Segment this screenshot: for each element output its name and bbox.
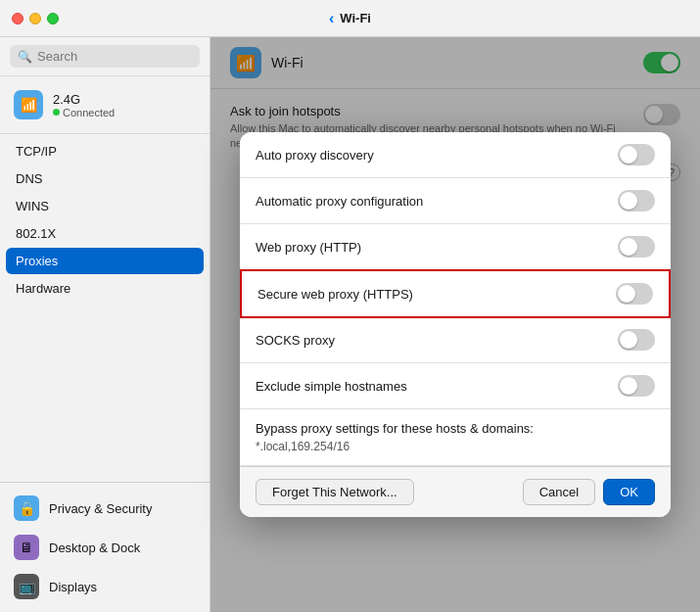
network-item[interactable]: 📶 2.4G Connected xyxy=(6,84,204,125)
proxy-label-web-http: Web proxy (HTTP) xyxy=(256,240,361,255)
desktop-label: Desktop & Dock xyxy=(49,541,140,555)
forget-network-button[interactable]: Forget This Network... xyxy=(256,479,414,505)
status-dot xyxy=(53,109,60,116)
proxy-toggle-auto-discovery[interactable] xyxy=(618,144,655,165)
bypass-section: Bypass proxy settings for these hosts & … xyxy=(240,409,671,466)
proxy-label-secure-https: Secure web proxy (HTTPS) xyxy=(257,287,413,302)
network-wifi-icon-box: 📶 xyxy=(14,90,43,119)
proxy-toggle-auto-config[interactable] xyxy=(618,190,655,212)
proxy-toggle-secure-https[interactable] xyxy=(616,283,653,305)
proxy-toggle-knob-1 xyxy=(620,192,637,210)
sidebar-item-8021x[interactable]: 802.1X xyxy=(6,220,204,247)
proxy-item-auto-config: Automatic proxy configuration xyxy=(240,178,671,224)
sidebar-item-displays[interactable]: 📺 Displays xyxy=(6,567,204,606)
minimize-button[interactable] xyxy=(29,13,41,24)
sidebar-item-dns[interactable]: DNS xyxy=(6,165,204,192)
modal-footer: Forget This Network... Cancel OK xyxy=(240,466,671,517)
search-input[interactable] xyxy=(37,49,192,64)
proxy-toggle-knob-0 xyxy=(620,146,637,164)
network-info: 2.4G Connected xyxy=(53,92,115,118)
sidebar: 🔍 📶 2.4G Connected TCP/IP xyxy=(0,37,210,612)
maximize-button[interactable] xyxy=(47,13,59,24)
modal-overlay: Auto proxy discovery Automatic proxy con… xyxy=(210,37,700,612)
network-status-text: Connected xyxy=(63,107,115,118)
sidebar-item-proxies[interactable]: Proxies xyxy=(6,248,204,274)
window-title: ‹ Wi-Fi xyxy=(329,10,371,27)
proxy-modal: Auto proxy discovery Automatic proxy con… xyxy=(240,132,671,517)
network-name: 2.4G xyxy=(53,92,115,107)
sidebar-item-hardware[interactable]: Hardware xyxy=(6,275,204,302)
proxy-toggle-knob-2 xyxy=(620,238,637,256)
proxy-toggle-knob-4 xyxy=(620,331,637,349)
back-button[interactable]: ‹ xyxy=(329,10,334,27)
displays-label: Displays xyxy=(49,580,97,594)
network-section: 📶 2.4G Connected xyxy=(0,76,210,134)
bypass-value: *.local,169.254/16 xyxy=(256,440,655,453)
traffic-lights xyxy=(12,13,59,24)
bypass-title: Bypass proxy settings for these hosts & … xyxy=(256,421,655,436)
proxy-list: Auto proxy discovery Automatic proxy con… xyxy=(240,132,671,466)
search-icon: 🔍 xyxy=(18,50,32,64)
title-bar: ‹ Wi-Fi xyxy=(0,0,700,37)
proxy-toggle-web-http[interactable] xyxy=(618,236,655,258)
desktop-icon: 🖥 xyxy=(14,535,39,560)
network-status: Connected xyxy=(53,107,115,118)
sidebar-item-tcpip[interactable]: TCP/IP xyxy=(6,138,204,165)
sidebar-bottom: 🔒 Privacy & Security 🖥 Desktop & Dock 📺 … xyxy=(0,482,210,612)
proxy-item-exclude-hostnames: Exclude simple hostnames xyxy=(240,363,671,409)
search-input-wrap: 🔍 xyxy=(10,45,200,68)
displays-icon: 📺 xyxy=(14,574,39,599)
sidebar-item-wins[interactable]: WINS xyxy=(6,193,204,219)
search-bar: 🔍 xyxy=(0,37,210,76)
main-layout: 🔍 📶 2.4G Connected TCP/IP xyxy=(0,37,700,612)
proxy-toggle-socks[interactable] xyxy=(618,329,655,351)
close-button[interactable] xyxy=(12,13,23,24)
proxy-item-socks: SOCKS proxy xyxy=(240,317,671,363)
proxy-label-auto-discovery: Auto proxy discovery xyxy=(256,148,374,163)
cancel-button[interactable]: Cancel xyxy=(523,479,595,505)
proxy-toggle-knob-5 xyxy=(620,377,637,395)
nav-items: TCP/IP DNS WINS 802.1X Proxies Hardware xyxy=(0,134,210,482)
privacy-icon: 🔒 xyxy=(14,495,39,521)
proxy-label-socks: SOCKS proxy xyxy=(256,333,335,348)
proxy-item-secure-https: 5 Secure web proxy (HTTPS) xyxy=(240,269,671,318)
privacy-label: Privacy & Security xyxy=(49,501,152,516)
proxy-toggle-exclude-hostnames[interactable] xyxy=(618,375,655,397)
proxy-label-exclude-hostnames: Exclude simple hostnames xyxy=(256,379,407,394)
proxy-toggle-knob-3 xyxy=(618,285,635,303)
content-area: 📶 Wi-Fi Ask to join hotspots Allow this … xyxy=(210,37,700,612)
sidebar-item-privacy[interactable]: 🔒 Privacy & Security xyxy=(6,489,204,528)
title-text: Wi-Fi xyxy=(340,11,371,25)
sidebar-item-desktop[interactable]: 🖥 Desktop & Dock xyxy=(6,528,204,567)
proxy-item-auto-discovery: Auto proxy discovery xyxy=(240,132,671,178)
proxy-item-web-http: Web proxy (HTTP) xyxy=(240,224,671,270)
proxy-label-auto-config: Automatic proxy configuration xyxy=(256,194,423,209)
network-wifi-icon: 📶 xyxy=(21,97,37,113)
ok-button[interactable]: OK xyxy=(603,479,655,505)
